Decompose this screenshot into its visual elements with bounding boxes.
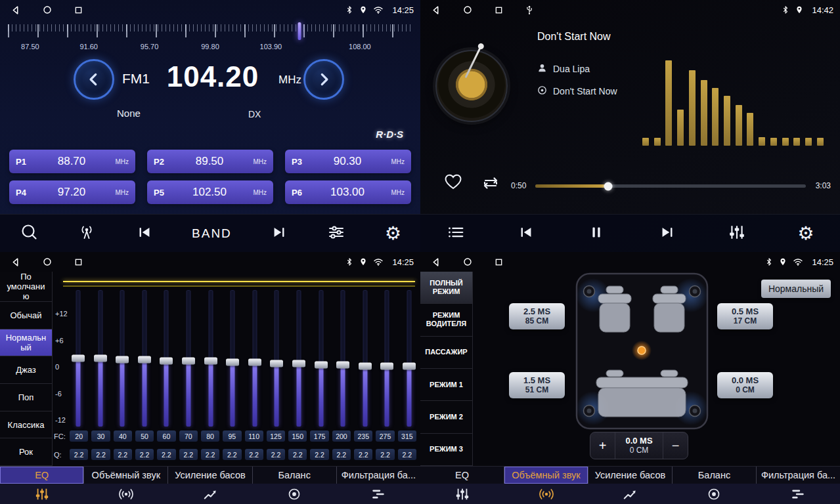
fc-value[interactable]: 60 [157,430,175,442]
preset-button-p5[interactable]: P5102.50MHz [147,180,273,204]
eq-band-slider-80[interactable] [204,290,218,427]
eq-knob[interactable] [94,355,107,362]
progress-bar[interactable] [535,184,806,188]
eq-tab-filter[interactable]: Фильтрация ба... [337,467,420,484]
favorite-button[interactable] [444,173,462,192]
q-value[interactable]: 2.2 [179,449,198,460]
eq-band-slider-50[interactable] [137,290,152,427]
preset-button-p2[interactable]: P289.50MHz [147,150,273,173]
eq-knob[interactable] [315,362,328,369]
fc-value[interactable]: 110 [245,430,263,442]
eq-knob[interactable] [403,363,416,370]
eq-band-slider-20[interactable] [71,290,85,427]
surround-mode-item-4[interactable]: РЕЖИМ 2 [420,401,472,433]
nav-recents-icon[interactable] [74,6,83,14]
fc-value[interactable]: 150 [288,430,307,442]
fc-value[interactable]: 40 [114,430,132,442]
q-value[interactable]: 2.2 [201,449,219,460]
q-value[interactable]: 2.2 [267,449,285,460]
eq-preset-item-5[interactable]: Классика [0,411,52,439]
fc-value[interactable]: 175 [310,430,328,442]
nav-recents-icon[interactable] [495,258,503,266]
delay-decrease-button[interactable]: − [663,432,688,459]
eq-band-slider-70[interactable] [181,290,196,427]
eq-knob[interactable] [292,360,305,368]
preset-button-p3[interactable]: P390.30MHz [285,150,411,173]
tune-down-button[interactable] [74,59,114,100]
q-value[interactable]: 2.2 [114,449,132,460]
eq-preset-item-3[interactable]: Джаз [0,356,52,384]
filter-icon[interactable] [756,484,840,504]
eq-knob[interactable] [336,362,349,369]
q-value[interactable]: 2.2 [223,449,241,460]
fc-value[interactable]: 315 [398,430,416,442]
fc-value[interactable]: 80 [201,430,219,442]
eq-knob[interactable] [270,360,283,368]
eq-preset-item-0[interactable]: По умолчанию [0,272,52,302]
delay-increase-button[interactable]: + [590,432,615,459]
fc-value[interactable]: 125 [267,430,285,442]
delay-front-left-button[interactable]: 2.5 MS 85 CM [509,303,565,329]
surround-tab-surround[interactable]: Объёмный звук [504,467,588,484]
frequency-scale[interactable]: 87.5091.6095.7099.80103.90108.00 [8,22,412,54]
fc-value[interactable]: 200 [332,430,351,442]
q-value[interactable]: 2.2 [245,449,263,460]
eq-knob[interactable] [204,358,217,365]
fc-value[interactable]: 275 [376,430,394,442]
band-button[interactable]: BAND [192,226,232,241]
sound-settings-button[interactable] [326,222,346,244]
q-value[interactable]: 2.2 [135,449,154,460]
eq-band-slider-315[interactable] [402,290,416,427]
tune-up-button[interactable] [303,59,344,100]
eq-tab-balance[interactable]: Баланс [253,467,337,484]
album-art[interactable] [435,50,508,122]
nav-back-icon[interactable] [431,5,441,15]
q-value[interactable]: 2.2 [354,449,372,460]
surround-tab-eq[interactable]: EQ [420,467,504,484]
eq-band-slider-95[interactable] [225,290,240,427]
eq-knob[interactable] [116,356,129,364]
surround-tab-balance[interactable]: Баланс [673,467,757,484]
eq-band-slider-110[interactable] [248,290,262,427]
q-value[interactable]: 2.2 [398,449,416,460]
nav-home-icon[interactable] [463,257,472,266]
previous-track-button[interactable] [517,223,535,243]
nav-recents-icon[interactable] [495,6,503,14]
eq-knob[interactable] [380,363,393,370]
filter-icon[interactable] [336,484,420,504]
q-value[interactable]: 2.2 [288,449,307,460]
delay-rear-right-button[interactable]: 0.0 MS 0 CM [717,372,773,398]
eq-knob[interactable] [248,359,261,366]
tuning-indicator[interactable] [298,22,301,40]
eq-knob[interactable] [72,355,85,362]
eq-knob[interactable] [160,358,173,365]
fc-value[interactable]: 95 [223,430,241,442]
eq-tab-eq[interactable]: EQ [0,467,84,484]
balance-icon[interactable] [252,484,336,504]
progress-knob[interactable] [604,182,613,190]
preset-button-p4[interactable]: P497.20MHz [9,180,135,204]
preset-button-p6[interactable]: P6103.00MHz [285,180,411,204]
fc-value[interactable]: 70 [179,430,198,442]
broadcast-button[interactable] [77,222,97,244]
nav-back-icon[interactable] [11,257,20,267]
surround-mode-item-1[interactable]: РЕЖИМ ВОДИТЕЛЯ [420,304,472,336]
fc-value[interactable]: 20 [70,430,88,442]
eq-band-slider-175[interactable] [314,290,328,427]
nav-home-icon[interactable] [43,257,52,266]
q-value[interactable]: 2.2 [376,449,394,460]
nav-back-icon[interactable] [11,5,20,15]
delay-front-right-button[interactable]: 0.5 MS 17 CM [717,303,773,329]
q-value[interactable]: 2.2 [310,449,328,460]
scan-button[interactable] [19,222,39,244]
balance-icon[interactable] [672,484,756,504]
eq-faders-icon[interactable] [0,484,84,504]
fc-value[interactable]: 30 [91,430,110,442]
eq-band-slider-40[interactable] [115,290,129,427]
eq-band-slider-235[interactable] [358,290,372,427]
settings-button[interactable]: ⚙ [385,224,401,243]
next-station-button[interactable] [270,223,288,243]
surround-sound-icon[interactable] [84,484,168,504]
preset-button-p1[interactable]: P188.70MHz [9,150,135,173]
pause-button[interactable] [587,223,606,243]
